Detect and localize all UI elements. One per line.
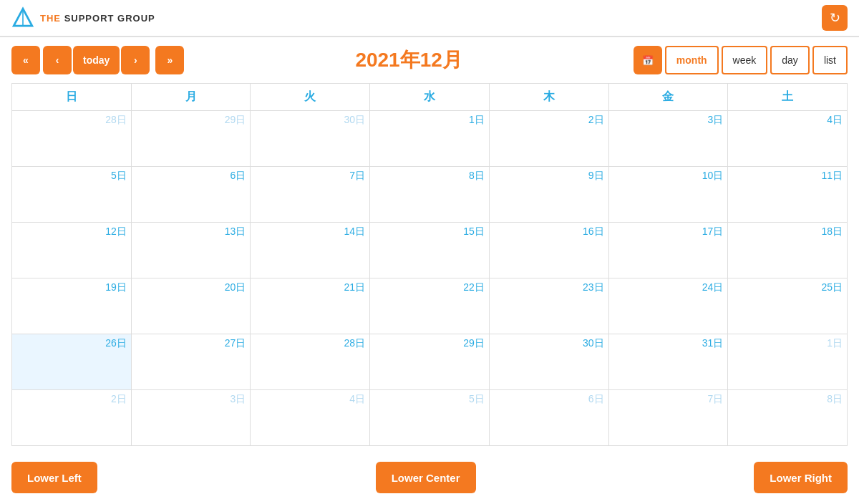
calendar-cell[interactable]: 13日 xyxy=(131,223,251,278)
col-wed: 水 xyxy=(370,84,490,111)
calendar-cell[interactable]: 30日 xyxy=(251,111,370,167)
calendar-cell[interactable]: 4日 xyxy=(251,390,370,446)
calendar-icon-button[interactable]: 📅 xyxy=(634,46,662,74)
calendar-cell[interactable]: 10日 xyxy=(608,167,728,223)
calendar-week-row: 12日13日14日15日16日17日18日 xyxy=(12,223,848,278)
calendar-cell[interactable]: 25日 xyxy=(728,278,848,334)
calendar-cell[interactable]: 28日 xyxy=(251,334,370,390)
day-number: 8日 xyxy=(732,393,843,406)
day-number: 29日 xyxy=(136,114,246,127)
calendar-cell[interactable]: 30日 xyxy=(489,334,608,390)
calendar-cell[interactable]: 26日 xyxy=(12,334,132,390)
calendar-cell[interactable]: 6日 xyxy=(489,390,608,446)
day-number: 4日 xyxy=(732,114,843,127)
prev-button[interactable]: ‹ xyxy=(43,46,72,74)
calendar-cell[interactable]: 23日 xyxy=(489,278,608,334)
calendar-cell[interactable]: 8日 xyxy=(728,390,848,446)
day-number: 2日 xyxy=(16,393,127,406)
col-sun: 日 xyxy=(12,84,132,111)
view-list-button[interactable]: list xyxy=(812,46,848,74)
calendar-cell[interactable]: 24日 xyxy=(608,278,728,334)
calendar-cell[interactable]: 27日 xyxy=(131,334,251,390)
calendar-cell[interactable]: 4日 xyxy=(728,111,848,167)
calendar-cell[interactable]: 5日 xyxy=(12,167,132,223)
calendar-cell[interactable]: 17日 xyxy=(608,223,728,278)
calendar-week-row: 26日27日28日29日30日31日1日 xyxy=(12,334,848,390)
day-number: 14日 xyxy=(255,226,365,238)
calendar-cell[interactable]: 1日 xyxy=(728,334,848,390)
day-number: 28日 xyxy=(16,114,127,127)
day-number: 31日 xyxy=(613,337,724,350)
calendar-cell[interactable]: 2日 xyxy=(489,111,608,167)
calendar-week-row: 2日3日4日5日6日7日8日 xyxy=(12,390,848,446)
day-number: 5日 xyxy=(16,170,127,183)
view-day-button[interactable]: day xyxy=(770,46,810,74)
calendar-cell[interactable]: 3日 xyxy=(608,111,728,167)
calendar-title: 2021年12月 xyxy=(187,47,631,74)
day-number: 30日 xyxy=(255,114,365,127)
calendar-cell[interactable]: 18日 xyxy=(728,223,848,278)
day-number: 21日 xyxy=(255,281,365,294)
calendar-cell[interactable]: 5日 xyxy=(370,390,490,446)
calendar-cell[interactable]: 8日 xyxy=(370,167,490,223)
day-number: 10日 xyxy=(613,170,724,183)
refresh-icon: ↻ xyxy=(830,10,840,26)
next-next-button[interactable]: » xyxy=(155,46,184,74)
refresh-button[interactable]: ↻ xyxy=(822,5,848,31)
calendar-cell[interactable]: 6日 xyxy=(131,167,251,223)
day-number: 5日 xyxy=(374,393,485,406)
lower-left-button[interactable]: Lower Left xyxy=(11,462,97,493)
calendar-cell[interactable]: 28日 xyxy=(12,111,132,167)
calendar-week-row: 19日20日21日22日23日24日25日 xyxy=(12,278,848,334)
calendar-cell[interactable]: 2日 xyxy=(12,390,132,446)
col-fri: 金 xyxy=(608,84,728,111)
nav-group: ‹ today › xyxy=(43,46,150,74)
day-number: 7日 xyxy=(255,170,365,183)
day-number: 6日 xyxy=(494,393,604,406)
col-thu: 木 xyxy=(489,84,608,111)
day-number: 9日 xyxy=(494,170,604,183)
col-tue: 火 xyxy=(251,84,370,111)
calendar-cell[interactable]: 29日 xyxy=(131,111,251,167)
calendar-header-row: 日 月 火 水 木 金 土 xyxy=(12,84,848,111)
lower-right-button[interactable]: Lower Right xyxy=(754,462,848,493)
calendar-cell[interactable]: 20日 xyxy=(131,278,251,334)
today-button[interactable]: today xyxy=(73,46,120,74)
day-number: 24日 xyxy=(613,281,724,294)
day-number: 6日 xyxy=(136,170,246,183)
day-number: 22日 xyxy=(374,281,485,294)
calendar-table: 日 月 火 水 木 金 土 28日29日30日1日2日3日4日5日6日7日8日9… xyxy=(11,83,848,446)
calendar-cell[interactable]: 15日 xyxy=(370,223,490,278)
day-number: 20日 xyxy=(136,281,246,294)
calendar-cell[interactable]: 11日 xyxy=(728,167,848,223)
calendar-cell[interactable]: 16日 xyxy=(489,223,608,278)
day-number: 13日 xyxy=(136,226,246,238)
calendar-icon: 📅 xyxy=(642,55,654,66)
view-month-button[interactable]: month xyxy=(665,46,719,74)
calendar-cell[interactable]: 29日 xyxy=(370,334,490,390)
calendar-cell[interactable]: 22日 xyxy=(370,278,490,334)
day-number: 30日 xyxy=(494,337,604,350)
day-number: 1日 xyxy=(732,337,843,350)
calendar-cell[interactable]: 3日 xyxy=(131,390,251,446)
next-button[interactable]: › xyxy=(121,46,150,74)
day-number: 2日 xyxy=(494,114,604,127)
view-week-button[interactable]: week xyxy=(722,46,768,74)
calendar-cell[interactable]: 31日 xyxy=(608,334,728,390)
day-number: 29日 xyxy=(374,337,485,350)
prev-prev-button[interactable]: « xyxy=(11,46,40,74)
calendar-cell[interactable]: 7日 xyxy=(251,167,370,223)
calendar-cell[interactable]: 9日 xyxy=(489,167,608,223)
lower-center-button[interactable]: Lower Center xyxy=(376,462,476,493)
calendar-cell[interactable]: 14日 xyxy=(251,223,370,278)
calendar-cell[interactable]: 1日 xyxy=(370,111,490,167)
day-number: 23日 xyxy=(494,281,604,294)
col-sat: 土 xyxy=(728,84,848,111)
calendar-container: 日 月 火 水 木 金 土 28日29日30日1日2日3日4日5日6日7日8日9… xyxy=(0,83,859,446)
calendar-cell[interactable]: 19日 xyxy=(12,278,132,334)
day-number: 18日 xyxy=(732,226,843,238)
day-number: 25日 xyxy=(732,281,843,294)
calendar-cell[interactable]: 12日 xyxy=(12,223,132,278)
calendar-cell[interactable]: 7日 xyxy=(608,390,728,446)
calendar-cell[interactable]: 21日 xyxy=(251,278,370,334)
